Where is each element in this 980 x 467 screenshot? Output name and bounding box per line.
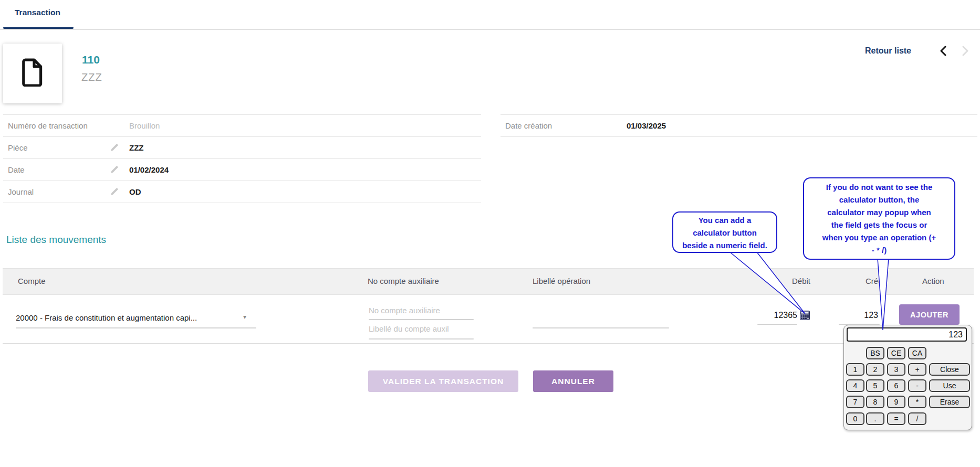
ajouter-button[interactable]: AJOUTER — [899, 304, 960, 325]
calc-key-ce[interactable]: CE — [887, 347, 905, 359]
movement-row: 20000 - Frais de constitution et augment… — [3, 295, 974, 344]
field-label: Date — [8, 165, 25, 174]
column-action: Action — [922, 277, 944, 285]
column-aux: No compte auxiliaire — [368, 277, 439, 285]
movements-table-header: Compte No compte auxiliaire Libellé opér… — [3, 268, 974, 295]
field-label: Date création — [505, 121, 552, 130]
compte-underline — [16, 327, 256, 328]
calc-key-6[interactable]: 6 — [887, 379, 905, 392]
column-credit: Crédit — [866, 277, 887, 285]
calc-key-2[interactable]: 2 — [866, 363, 884, 376]
tabbar-divider — [0, 29, 980, 30]
column-debit: Débit — [792, 277, 810, 285]
field-value[interactable]: OD — [129, 187, 141, 196]
calc-key-0[interactable]: 0 — [846, 412, 864, 425]
valider-transaction-button[interactable]: VALIDER LA TRANSACTION — [368, 370, 518, 392]
libelle-underline — [533, 327, 669, 328]
field-value[interactable]: ZZZ — [129, 143, 144, 152]
calc-key-dot[interactable]: . — [866, 412, 884, 425]
debit-input[interactable]: 12365 — [727, 311, 797, 320]
field-journal: Journal OD — [3, 181, 481, 203]
field-label: Journal — [8, 187, 34, 196]
calc-key-ca[interactable]: CA — [908, 347, 926, 359]
record-thumbnail-card — [3, 44, 62, 103]
aux-number-input[interactable]: No compte auxiliaire — [369, 306, 440, 315]
chevron-right-icon[interactable] — [962, 46, 969, 58]
calculator-display[interactable]: 123 — [847, 327, 967, 342]
annuler-button[interactable]: ANNULER — [533, 370, 613, 392]
aux-label-input[interactable]: Libellé du compte auxil — [369, 324, 449, 333]
edit-pencil-icon[interactable] — [110, 165, 119, 176]
document-icon — [21, 58, 44, 89]
calc-key-bs[interactable]: BS — [866, 347, 884, 359]
field-label: Pièce — [8, 143, 28, 152]
calc-key-7[interactable]: 7 — [846, 396, 864, 408]
calc-key-close[interactable]: Close — [929, 363, 970, 376]
field-piece: Pièce ZZZ — [3, 137, 481, 159]
column-compte: Compte — [18, 277, 46, 285]
field-value: Brouillon — [129, 121, 160, 130]
transaction-page: Transaction 110 ZZZ Retour liste Numéro … — [0, 0, 980, 467]
record-title: 110 — [82, 54, 100, 66]
form-right-column: Date création 01/03/2025 — [501, 114, 977, 137]
calculator-button-icon[interactable] — [800, 311, 810, 322]
record-subtitle: ZZZ — [81, 71, 102, 83]
movements-table: Compte No compte auxiliaire Libellé opér… — [3, 268, 974, 344]
calculator-popup: 123 BS CE CA 1 2 3 + Close 4 5 6 - Use 7… — [843, 325, 972, 430]
callout-calculator-button: You can add a calculator button beside a… — [672, 211, 777, 253]
edit-pencil-icon[interactable] — [110, 143, 119, 154]
compte-select[interactable]: 20000 - Frais de constitution et augment… — [16, 313, 197, 322]
column-libelle: Libellé opération — [533, 277, 590, 285]
calc-key-minus[interactable]: - — [908, 379, 926, 392]
aux-label-underline — [369, 338, 474, 339]
back-to-list-link[interactable]: Retour liste — [865, 46, 911, 56]
credit-input[interactable]: 123 — [827, 311, 878, 320]
calc-key-multiply[interactable]: * — [908, 396, 926, 408]
calc-key-1[interactable]: 1 — [846, 363, 864, 376]
edit-pencil-icon[interactable] — [110, 187, 119, 198]
calc-key-plus[interactable]: + — [908, 363, 926, 376]
field-numero-transaction: Numéro de transaction Brouillon — [3, 114, 481, 137]
field-date-creation: Date création 01/03/2025 — [501, 114, 977, 137]
field-date: Date 01/02/2024 — [3, 159, 481, 181]
calc-key-9[interactable]: 9 — [887, 396, 905, 408]
calc-key-erase[interactable]: Erase — [929, 396, 970, 408]
calc-key-5[interactable]: 5 — [866, 379, 884, 392]
callout-calculator-popup: If you do not want to see the calculator… — [803, 177, 955, 260]
calc-key-equals[interactable]: = — [887, 412, 905, 425]
field-value: 01/03/2025 — [627, 121, 666, 130]
debit-underline — [757, 324, 797, 325]
calc-key-divide[interactable]: / — [908, 412, 926, 425]
calc-key-4[interactable]: 4 — [846, 379, 864, 392]
calc-key-8[interactable]: 8 — [866, 396, 884, 408]
aux-number-underline — [369, 319, 474, 320]
calc-key-use[interactable]: Use — [929, 379, 970, 392]
chevron-left-icon[interactable] — [940, 46, 946, 58]
tab-transaction[interactable]: Transaction — [15, 8, 60, 17]
calc-key-3[interactable]: 3 — [887, 363, 905, 376]
form-left-column: Numéro de transaction Brouillon Pièce ZZ… — [3, 114, 481, 203]
tab-active-underline — [3, 27, 74, 29]
select-dropdown-arrow-icon[interactable]: ▾ — [243, 313, 246, 321]
field-value[interactable]: 01/02/2024 — [129, 165, 169, 174]
section-title-mouvements: Liste des mouvements — [6, 234, 106, 246]
field-label: Numéro de transaction — [8, 121, 88, 130]
